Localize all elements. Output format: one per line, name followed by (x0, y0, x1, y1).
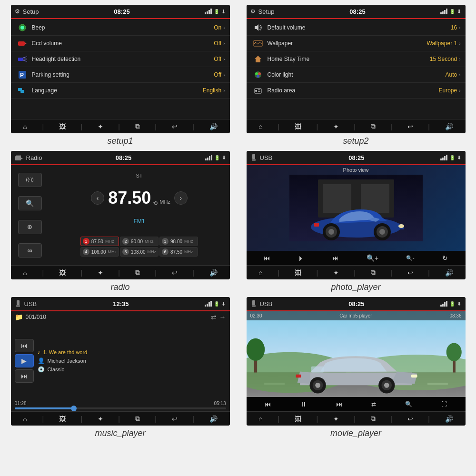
mv-home-btn[interactable]: ⌂ (258, 415, 262, 423)
photo-header: USB 08:25 🔋 ⬇ (247, 151, 466, 164)
mu-home-btn[interactable]: ⌂ (23, 415, 27, 423)
homestay-icon (251, 54, 265, 64)
ph-home-btn[interactable]: ⌂ (258, 269, 262, 277)
parking-text: Parking setting (32, 71, 214, 78)
radio-wave-btn[interactable]: ((·)) (18, 173, 42, 187)
r-settings-btn[interactable]: ⧉ (135, 268, 140, 277)
ccd-item[interactable]: Ccd volume Off › (11, 36, 230, 51)
photo-next-btn[interactable]: ⏭ (332, 254, 339, 262)
colorlight-icon (251, 69, 265, 80)
radio-st-label: ST (136, 173, 142, 178)
setup2-screen: ⚙ Setup 08:25 🔋 ⬇ (247, 5, 466, 133)
mu-brightness-btn[interactable]: ✦ (98, 415, 103, 423)
music-next-btn[interactable]: ⏭ (15, 369, 34, 383)
movie-prev-btn[interactable]: ⏮ (265, 400, 271, 408)
language-item[interactable]: Language English › (11, 83, 230, 99)
mu-volume-btn[interactable]: 🔊 (209, 415, 218, 423)
svg-line-7 (23, 60, 27, 61)
radio-body: ((·)) 🔍 ⊕ ∞ ST ‹ (11, 165, 230, 265)
radio-preset-3[interactable]: 3 98.00 MHz (159, 237, 198, 246)
radio-fav-btn[interactable]: ⊕ (18, 220, 42, 234)
setup1-header: ⚙ Setup 08:25 🔋 ⬇ (11, 5, 230, 18)
volume-item[interactable]: Default volume 16 › (247, 20, 466, 36)
setup1-cell: ⚙ Setup 08:25 🔋 ⬇ (5, 5, 236, 146)
ph-settings-btn[interactable]: ⧉ (371, 268, 376, 277)
homestay-item[interactable]: Home Stay Time 15 Second › (247, 51, 466, 67)
repeat-icon[interactable]: ⇄ (211, 313, 217, 321)
beep-value: On (214, 24, 221, 31)
movie-zoom-btn[interactable]: 🔍 (405, 401, 412, 407)
folder-icon: 📁 (15, 313, 23, 321)
r-back-btn[interactable]: ↩ (172, 269, 178, 277)
music-prev-btn[interactable]: ⏮ (15, 339, 34, 352)
s2-back-btn[interactable]: ↩ (407, 123, 413, 130)
mu-image-btn[interactable]: 🖼 (59, 415, 66, 423)
radio-preset-6[interactable]: 6 87.50 MHz (159, 247, 198, 257)
s2-volume-btn[interactable]: 🔊 (445, 123, 453, 130)
radio-preset-4[interactable]: 4 106.00 MHz (80, 247, 119, 257)
radio-preset-2[interactable]: 2 90.00 MHz (120, 237, 159, 246)
music-progress-bar[interactable] (15, 407, 226, 409)
parking-item[interactable]: P Parking setting Off › (11, 67, 230, 83)
photo-zoom-in-btn[interactable]: 🔍+ (367, 254, 378, 262)
movie-controls-bar: ⏮ ⏸ ⏭ ⇄ 🔍 ⛶ (247, 397, 466, 411)
shuffle-icon[interactable]: → (219, 313, 226, 321)
wallpaper-item[interactable]: Wallpaper Wallpaper 1 › (247, 36, 466, 51)
s2-home-btn[interactable]: ⌂ (258, 123, 262, 130)
svg-rect-11 (20, 90, 24, 93)
r-volume-btn[interactable]: 🔊 (209, 269, 218, 277)
music-screen: USB 12:35 🔋 ⬇ 📁 (11, 297, 230, 426)
movie-pause-btn[interactable]: ⏸ (300, 400, 307, 408)
s2-brightness-btn[interactable]: ✦ (333, 123, 339, 130)
r-home-btn[interactable]: ⌂ (23, 269, 27, 277)
colorlight-item[interactable]: Color light Auto › (247, 67, 466, 83)
music-progress-thumb[interactable] (71, 406, 77, 411)
mv-brightness-btn[interactable]: ✦ (333, 415, 339, 423)
r-image-btn[interactable]: 🖼 (59, 269, 66, 277)
mv-image-btn[interactable]: 🖼 (295, 415, 301, 423)
music-header: USB 12:35 🔋 ⬇ (11, 297, 230, 310)
settings-btn[interactable]: ⧉ (135, 122, 140, 130)
back-btn[interactable]: ↩ (172, 123, 178, 130)
r-brightness-btn[interactable]: ✦ (98, 269, 103, 277)
radio-next-btn[interactable]: › (174, 191, 188, 205)
svg-point-60 (315, 383, 320, 388)
headlight-item[interactable]: Headlight detection Off › (11, 51, 230, 67)
photo-prev-btn[interactable]: ⏮ (264, 254, 270, 262)
photo-rotate-btn[interactable]: ↻ (442, 254, 448, 262)
mv-settings-btn[interactable]: ⧉ (371, 415, 376, 423)
mv-volume-btn[interactable]: 🔊 (445, 415, 453, 423)
radio-frequency: 87.50 (108, 189, 151, 207)
beep-item[interactable]: Beep On › (11, 20, 230, 36)
ph-brightness-btn[interactable]: ✦ (333, 269, 339, 277)
ph-back-btn[interactable]: ↩ (407, 269, 413, 277)
svg-point-16 (255, 72, 258, 75)
ph-image-btn[interactable]: 🖼 (295, 269, 301, 277)
movie-next-btn[interactable]: ⏭ (336, 400, 343, 408)
radioarea-item[interactable]: Radio area Europe › (247, 83, 466, 99)
radio-repeat-btn[interactable]: ∞ (18, 243, 42, 258)
home-btn[interactable]: ⌂ (23, 123, 27, 130)
movie-header-left: USB (250, 300, 273, 307)
photo-cell: USB 08:25 🔋 ⬇ Photo view (240, 151, 471, 292)
mu-settings-btn[interactable]: ⧉ (135, 415, 140, 423)
image-btn[interactable]: 🖼 (59, 123, 66, 130)
brightness-btn[interactable]: ✦ (98, 123, 103, 130)
svg-point-17 (258, 72, 261, 75)
ph-volume-btn[interactable]: 🔊 (445, 269, 453, 277)
svg-text:P: P (20, 72, 24, 79)
volume-btn[interactable]: 🔊 (209, 123, 218, 130)
movie-repeat-btn[interactable]: ⇄ (371, 401, 376, 407)
music-play-btn[interactable]: ▶ (15, 354, 34, 367)
mv-back-btn[interactable]: ↩ (407, 415, 413, 423)
mu-back-btn[interactable]: ↩ (172, 415, 178, 423)
radio-preset-1[interactable]: 1 87.50 MHz (80, 237, 119, 246)
s2-settings-btn[interactable]: ⧉ (371, 122, 376, 130)
s2-image-btn[interactable]: 🖼 (295, 123, 301, 130)
photo-zoom-out-btn[interactable]: 🔍- (406, 255, 415, 261)
radio-preset-5[interactable]: 5 108.00 MHz (120, 247, 159, 257)
radio-search-btn[interactable]: 🔍 (18, 196, 42, 210)
photo-play-btn[interactable]: ⏵ (298, 254, 305, 262)
radio-prev-btn[interactable]: ‹ (91, 191, 104, 205)
movie-screen-btn[interactable]: ⛶ (441, 401, 447, 407)
